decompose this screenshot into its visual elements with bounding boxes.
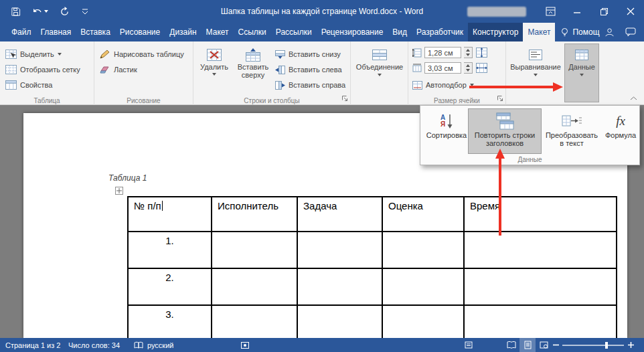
zoom-slider-thumb[interactable] (605, 342, 608, 349)
header-cell-text: № п/п (134, 200, 161, 211)
table-cell[interactable] (382, 232, 464, 268)
macro-record-button[interactable] (241, 338, 249, 352)
zoom-out-button[interactable] (553, 338, 559, 352)
table-cell[interactable] (382, 268, 464, 305)
eraser-button[interactable]: Ластик (100, 64, 137, 76)
autofit-button[interactable]: Автоподбор (412, 79, 474, 91)
web-layout-button[interactable] (536, 338, 552, 352)
tab-view[interactable]: Вид (388, 23, 412, 41)
text-cursor (162, 201, 163, 211)
table-cell[interactable]: Задача (297, 197, 382, 232)
spin-up-icon (466, 49, 470, 52)
merge-menu-button[interactable]: Объединение (353, 44, 406, 102)
table-cell[interactable] (382, 305, 464, 338)
table-move-handle[interactable] (115, 187, 123, 195)
distribute-columns-button[interactable] (476, 63, 487, 74)
column-width-stepper[interactable] (464, 62, 473, 74)
tab-table-layout[interactable]: Макет (523, 23, 555, 41)
minimize-button[interactable] (564, 0, 590, 23)
restore-button[interactable] (590, 0, 617, 23)
group-table-label: Таблица (0, 97, 94, 104)
tab-mailings[interactable]: Рассылки (271, 23, 317, 41)
table-cell[interactable] (212, 305, 297, 338)
table-cell[interactable]: 3. (128, 305, 212, 338)
tab-file[interactable]: Файл (7, 23, 36, 41)
read-mode-button[interactable] (503, 338, 519, 352)
view-gridlines-button[interactable]: Отобразить сетку (5, 64, 80, 76)
data-menu-button[interactable]: Данные (565, 44, 598, 102)
delete-button[interactable]: Удалить (197, 44, 231, 76)
table-cell[interactable] (297, 268, 382, 305)
customize-qat-button[interactable] (81, 7, 89, 16)
tab-home[interactable]: Главная (36, 23, 76, 41)
tab-insert[interactable]: Вставка (76, 23, 115, 41)
tab-references[interactable]: Ссылки (234, 23, 271, 41)
collapse-ribbon-button[interactable] (630, 94, 637, 102)
save-button[interactable] (11, 7, 21, 17)
table-cell[interactable]: № п/п (128, 197, 212, 232)
zoom-slider[interactable] (562, 338, 624, 352)
distribute-rows-button[interactable] (476, 48, 487, 59)
row-height-stepper[interactable] (464, 47, 473, 58)
draw-table-button[interactable]: Нарисовать таблицу (100, 48, 184, 60)
undo-button[interactable] (32, 7, 48, 16)
sort-button[interactable]: АЯ Сортировка (424, 109, 469, 153)
tab-design[interactable]: Дизайн (165, 23, 201, 41)
table-cell[interactable] (212, 268, 297, 305)
cell-size-dialog-launcher[interactable] (497, 95, 503, 103)
chevron-up-icon (630, 96, 637, 101)
tab-layout[interactable]: Макет (202, 23, 234, 41)
group-merge: Объединение (351, 41, 408, 105)
insert-below-label: Вставить снизу (289, 50, 341, 58)
table-cell[interactable] (464, 305, 617, 338)
redo-button[interactable] (60, 7, 70, 17)
language-indicator[interactable]: русский (147, 338, 173, 352)
alignment-menu-button[interactable]: Выравнивание (507, 44, 564, 102)
tab-table-design[interactable]: Конструктор (468, 23, 523, 41)
table-header-row: № п/п Исполнитель Задача Оценка Время (128, 197, 617, 232)
select-table-button[interactable]: Выделить (5, 48, 62, 60)
column-width-input[interactable]: 3,03 см (424, 62, 461, 74)
table-cell[interactable] (464, 268, 617, 305)
table-cell[interactable]: Оценка (382, 197, 464, 232)
table-cell[interactable] (297, 232, 382, 268)
table-properties-button[interactable]: Свойства (5, 79, 52, 91)
table-cell[interactable]: Исполнитель (212, 197, 297, 232)
page-indicator[interactable]: Страница 1 из 2 (5, 338, 60, 352)
table-cell[interactable] (212, 232, 297, 268)
convert-to-text-button[interactable]: Преобразовать в текст (541, 109, 602, 153)
sort-icon: АЯ (440, 111, 453, 131)
table-cell[interactable] (464, 232, 617, 268)
table-cell[interactable]: 1. (128, 232, 212, 268)
table-cell[interactable] (297, 305, 382, 338)
tabbar-right-icons (605, 23, 644, 41)
insert-left-button[interactable]: Вставить слева (275, 64, 342, 76)
table-caption[interactable]: Таблица 1 (108, 173, 147, 183)
table-cell[interactable]: 2. (128, 268, 212, 305)
zoom-slider-track[interactable] (562, 345, 624, 346)
word-count[interactable]: Число слов: 34 (68, 338, 120, 352)
proofing-button[interactable] (134, 338, 143, 352)
repeat-header-rows-button[interactable]: Повторить строки заголовков (469, 109, 541, 153)
formula-button[interactable]: fx Формула (602, 109, 639, 153)
table-cell[interactable]: Время (464, 197, 617, 232)
tab-review[interactable]: Рецензирование (317, 23, 388, 41)
save-icon (11, 7, 21, 17)
share-person-icon[interactable] (605, 27, 615, 37)
insert-below-button[interactable]: Вставить снизу (275, 48, 341, 60)
tab-developer[interactable]: Разработчик (412, 23, 468, 41)
row-height-input[interactable]: 1,28 см (424, 47, 461, 58)
insert-above-button[interactable]: Вставить сверху (234, 44, 272, 79)
rows-columns-dialog-launcher[interactable] (341, 95, 348, 103)
tell-me-help[interactable]: Помощ (560, 23, 599, 41)
insert-right-button[interactable]: Вставить справа (275, 79, 345, 91)
tab-draw[interactable]: Рисование (115, 23, 165, 41)
zoom-in-button[interactable] (628, 338, 634, 352)
dialog-launcher-icon (497, 95, 503, 102)
focus-mode-button[interactable] (465, 338, 473, 352)
print-layout-button[interactable] (519, 338, 536, 352)
sort-letter-ya: Я (440, 121, 445, 128)
comments-icon[interactable] (625, 27, 636, 37)
close-button[interactable] (617, 0, 644, 23)
ribbon-display-options-button[interactable] (537, 0, 564, 23)
